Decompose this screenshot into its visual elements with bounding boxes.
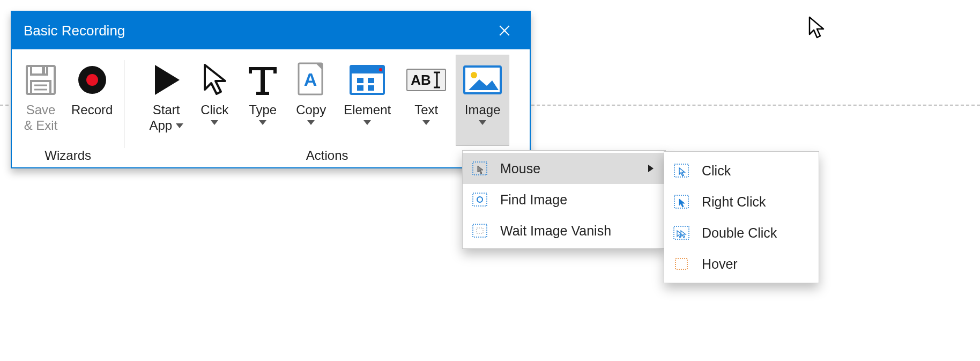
right-click-menu-icon [674,195,689,209]
svg-marker-37 [648,165,654,172]
group-divider [124,60,124,148]
start-app-button[interactable]: Start App [145,55,188,146]
image-button[interactable]: Image [456,55,509,146]
svg-rect-45 [675,259,687,269]
play-icon [151,63,182,97]
menu-item-hover[interactable]: Hover [664,248,819,279]
svg-point-39 [477,197,482,202]
menu-item-find-image-label: Find Image [500,192,648,208]
record-icon [75,63,109,97]
svg-rect-24 [368,85,374,91]
svg-point-33 [471,72,477,78]
type-icon [246,63,280,97]
element-button[interactable]: Element [338,55,397,146]
svg-rect-23 [357,85,363,91]
svg-marker-11 [176,123,183,128]
svg-rect-19 [351,66,384,73]
svg-rect-40 [473,224,487,237]
click-button[interactable]: Click [193,55,236,146]
submenu-arrow-icon [648,165,654,172]
text-label: Text [414,102,438,118]
svg-marker-17 [307,120,315,125]
dropdown-caret-icon [211,120,218,126]
mouse-menu-icon [472,161,487,175]
hover-menu-icon [674,257,689,271]
menu-item-double-click[interactable]: Double Click [664,217,819,248]
dropdown-caret-icon [479,120,486,126]
mouse-cursor-icon [807,16,826,42]
svg-text:A: A [304,69,317,90]
copy-icon: A [295,61,326,99]
menu-item-click-label: Click [702,163,809,179]
cursor-icon [201,63,228,97]
group-actions-label: Actions [306,148,348,163]
menu-item-mouse-label: Mouse [500,161,648,176]
close-button[interactable] [491,17,518,44]
svg-text:AB: AB [411,72,431,88]
svg-rect-21 [357,78,363,83]
svg-point-20 [379,68,382,71]
group-wizards: Save & Exit Record [16,55,120,164]
save-icon [24,63,58,97]
record-label: Record [71,102,113,118]
svg-rect-41 [477,228,483,233]
svg-rect-38 [473,193,487,206]
svg-marker-35 [479,120,486,125]
menu-item-right-click-label: Right Click [702,194,809,210]
group-wizards-label: Wizards [44,148,91,163]
image-label: Image [465,102,501,118]
menu-item-find-image[interactable]: Find Image [463,184,665,215]
menu-item-right-click[interactable]: Right Click [664,186,819,217]
dropdown-caret-icon [259,120,266,126]
group-actions: Start App Click [129,55,525,164]
start-app-line1: Start [153,102,180,118]
start-app-line2: App [150,118,173,132]
svg-point-9 [86,74,98,86]
svg-marker-12 [211,120,218,125]
menu-item-mouse[interactable]: Mouse [463,153,665,184]
text-icon: AB [406,68,447,92]
click-label: Click [201,102,228,118]
menu-item-hover-label: Hover [702,256,809,272]
menu-item-click[interactable]: Click [664,155,819,186]
dropdown-caret-icon [176,123,183,129]
svg-marker-31 [422,120,430,125]
text-button[interactable]: AB Text [402,55,450,146]
svg-rect-22 [368,78,374,83]
svg-marker-13 [259,120,266,125]
type-label: Type [249,102,277,118]
record-button[interactable]: Record [68,55,116,146]
dropdown-caret-icon [422,120,430,126]
dropdown-caret-icon [363,120,371,126]
menu-item-wait-image-vanish[interactable]: Wait Image Vanish [463,215,665,246]
basic-recording-window: Basic Recording [11,11,531,168]
svg-marker-25 [363,120,371,125]
svg-rect-44 [674,226,689,239]
dropdown-caret-icon [307,120,315,126]
svg-rect-42 [674,164,688,177]
element-icon [348,64,386,96]
find-image-icon [472,193,487,207]
svg-rect-4 [42,67,45,73]
save-exit-button[interactable]: Save & Exit [19,55,62,146]
window-title: Basic Recording [24,23,491,39]
copy-button[interactable]: A Copy [289,55,332,146]
type-button[interactable]: Type [241,55,284,146]
menu-item-wait-vanish-label: Wait Image Vanish [500,223,648,239]
save-label-line2: & Exit [24,118,58,134]
titlebar: Basic Recording [12,12,530,49]
wait-vanish-icon [472,224,487,238]
ribbon: Save & Exit Record [12,49,530,167]
save-label-line1: Save [26,102,56,118]
mouse-submenu: Click Right Click Double Click Hover [664,151,819,283]
image-dropdown-menu: Mouse Find Image Wait Image Vanish [462,150,666,249]
element-label: Element [344,102,391,118]
svg-rect-5 [31,81,50,94]
image-icon [462,64,503,95]
svg-marker-10 [155,65,180,95]
click-menu-icon [674,164,689,178]
copy-label: Copy [296,102,326,118]
menu-item-double-click-label: Double Click [702,225,809,241]
double-click-menu-icon [673,226,689,240]
close-icon [498,24,511,38]
